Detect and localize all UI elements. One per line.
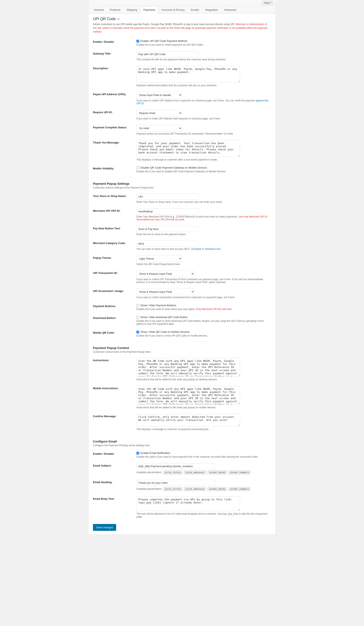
checkbox-payment-buttons[interactable] — [136, 304, 139, 307]
page-description: Allows customers to use UPI mobile app l… — [93, 22, 271, 34]
tab-emails[interactable]: Emails — [188, 6, 202, 13]
link-checkout[interactable]: Checkout.com — [205, 248, 221, 250]
row-instructions: Instructions: Instructions that will be … — [93, 355, 271, 383]
tab-payments[interactable]: Payments — [140, 6, 158, 13]
tab-integration[interactable]: Integration — [202, 6, 221, 13]
row-payee-vpa: Payee UPI Address (VPA): Show Input Fiel… — [93, 89, 271, 107]
tab-general[interactable]: General — [91, 6, 107, 13]
tab-products[interactable]: Products — [107, 6, 123, 13]
input-store-name[interactable] — [136, 194, 199, 200]
row-email-enable: Enable / Disable: Enable Email Notificat… — [93, 449, 271, 461]
label-mobile-qr: Mobile QR Code: — [93, 328, 134, 340]
desc-mobile-visibility: Enable this if you want to disable QR Co… — [136, 170, 271, 173]
row-gateway-title: Gateway Title: This controls the title f… — [93, 49, 271, 63]
select-upi-screenshot[interactable]: Show & Require Input Field Show Input Fi… — [136, 289, 195, 295]
placeholder-site-address-2: {site_address} — [184, 487, 206, 491]
section-popup-content: Payment Popup Content — [93, 342, 271, 351]
label-require-upi-id: Require UPI ID: — [93, 107, 134, 122]
label-email-subject: Email Subject: — [93, 461, 134, 477]
desc-mobile-qr: Enable this if you want to show UPI QR C… — [136, 334, 271, 337]
desc-mobile-instructions: Instructions that will be added to the o… — [136, 406, 271, 409]
label-enable-disable: Enable / Disable: — [93, 37, 134, 49]
desc-description: Payment method description that the cust… — [136, 84, 271, 87]
row-require-upi-id: Require UPI ID: Require Field Optional F… — [93, 107, 271, 122]
row-merchant-category: Merchant Category Code: You can refer to… — [93, 238, 271, 253]
input-merchant-vpa[interactable] — [136, 208, 199, 214]
row-payment-complete-status: Payment Complete Status: On Hold Pending… — [93, 122, 271, 138]
placeholder-order-date-1: {order_date} — [207, 470, 227, 474]
label-upi-transaction-id: UPI Transaction ID: — [93, 268, 134, 286]
desc-upi-screenshot: If you want to collect transaction scree… — [136, 296, 271, 299]
save-button[interactable]: Save changes — [93, 524, 116, 531]
select-upi-transaction-id[interactable]: Show & Require Input Field Show Input Fi… — [136, 271, 195, 277]
tab-advanced[interactable]: Advanced — [221, 6, 239, 13]
textarea-confirm-message[interactable] — [136, 414, 240, 426]
placeholder-site-title-1: {site_title} — [163, 470, 182, 474]
desc-enable-disable: Enable this if you want to collect payme… — [136, 43, 271, 46]
row-pay-now-button: Pay Now Button Text: Enter the text to s… — [93, 224, 271, 238]
row-thank-you-message: Thank You Message: This displays a messa… — [93, 138, 271, 164]
row-email-heading: Email Heading: Available placeholders: {… — [93, 477, 271, 494]
popup-content-form: Instructions: Instructions that will be … — [93, 355, 271, 433]
checkbox-mobile-visibility-label: Disable QR Code Payment Gateway on Mobil… — [140, 166, 207, 169]
select-popup-theme[interactable]: Light Theme Dark Theme — [136, 255, 182, 262]
select-payee-vpa[interactable]: Show Input Field & Handle Show Input Fie… — [136, 92, 182, 98]
desc-gateway-title: This controls the title for the payment … — [136, 58, 271, 61]
input-merchant-category[interactable] — [136, 241, 199, 247]
placeholder-order-number-1: {order_number} — [228, 470, 251, 474]
row-upi-transaction-id: UPI Transaction ID: Show & Require Input… — [93, 268, 271, 286]
checkbox-download-button-label: Show / Hide download QR Code Button — [140, 315, 188, 319]
input-email-heading[interactable] — [136, 480, 215, 486]
label-thank-you-message: Thank You Message: — [93, 138, 134, 164]
checkbox-enable-upi-label: Enable UPI QR Code Payment Method — [140, 39, 187, 42]
placeholder-site-title-2: {site_title} — [163, 487, 182, 491]
row-mobile-visibility: Mobile Visibility: Disable QR Code Payme… — [93, 164, 271, 175]
label-mobile-instructions: Mobile Instructions: — [93, 383, 134, 411]
select-payment-complete-status[interactable]: On Hold Pending Processing Completed — [136, 125, 182, 131]
label-store-name: Your Store or Shop Name: — [93, 191, 134, 206]
input-email-subject[interactable] — [136, 463, 215, 469]
row-merchant-vpa: Merchant UPI VPA ID: Enter Your Merchant… — [93, 206, 271, 224]
row-mobile-qr: Mobile QR Code: Show / Hide QR Code on M… — [93, 328, 271, 340]
textarea-mobile-instructions[interactable] — [136, 386, 240, 405]
textarea-description[interactable] — [136, 66, 240, 82]
checkbox-email-enable[interactable] — [136, 452, 139, 455]
section-popup-settings: Payment Popup Settings — [93, 178, 271, 186]
desc-merchant-category: You can refer to these links to find out… — [136, 248, 271, 250]
row-download-button: Download Button: Show / Hide download QR… — [93, 313, 271, 328]
desc-popup-theme: Select the QR Code Popup theme here. — [136, 263, 271, 266]
checkbox-download-button[interactable] — [136, 316, 139, 319]
textarea-email-body[interactable] — [136, 496, 240, 511]
configure-email-form: Enable / Disable: Enable Email Notificat… — [93, 449, 271, 521]
textarea-thank-you-message[interactable] — [136, 140, 240, 157]
label-email-body: Email Body Text: — [93, 494, 134, 521]
label-merchant-vpa: Merchant UPI VPA ID: — [93, 206, 134, 224]
settings-form: Enable / Disable: Enable UPI QR Code Pay… — [93, 37, 271, 175]
help-button[interactable]: Help ? — [262, 1, 273, 5]
label-merchant-category: Merchant Category Code: — [93, 238, 134, 253]
label-gateway-title: Gateway Title: — [93, 49, 134, 63]
label-payment-buttons: Payment Buttons: — [93, 301, 134, 313]
section-popup-content-desc: Customize various texts of the Payment P… — [93, 351, 271, 353]
row-mobile-instructions: Mobile Instructions: Instructions that w… — [93, 383, 271, 411]
row-email-body: Email Body Text: This text will be attac… — [93, 494, 271, 521]
label-pay-now-button: Pay Now Button Text: — [93, 224, 134, 238]
edit-icon[interactable]: ✏ — [117, 17, 120, 21]
checkbox-enable-upi[interactable] — [136, 40, 139, 42]
textarea-instructions[interactable] — [136, 358, 240, 377]
desc-merchant-vpa: Enter Your Merchant UPI VPA (e.g. 123456… — [136, 215, 271, 221]
page-title: UPI QR Code ✏ — [93, 17, 271, 21]
checkbox-mobile-visibility[interactable] — [136, 166, 139, 169]
link-citi-bank[interactable]: Citi Bank — [191, 248, 201, 250]
input-gateway-title[interactable] — [136, 51, 199, 57]
select-require-upi-id[interactable]: Require Field Optional Field Disable — [136, 110, 182, 116]
row-description: Description: Payment method description … — [93, 63, 271, 89]
section-popup-settings-desc: Customize various settings of the Paymen… — [93, 186, 271, 189]
checkbox-mobile-qr[interactable] — [136, 331, 139, 333]
input-pay-now-button[interactable] — [136, 226, 199, 232]
checkbox-email-enable-label: Enable Email Notification — [140, 451, 170, 455]
tab-accounts[interactable]: Accounts & Privacy — [158, 6, 188, 13]
tab-shipping[interactable]: Shipping — [124, 6, 140, 13]
desc-payee-vpa: If you want to collect UPI Address from … — [136, 99, 271, 105]
desc-email-enable: Enable this option if you want to send p… — [136, 455, 271, 458]
